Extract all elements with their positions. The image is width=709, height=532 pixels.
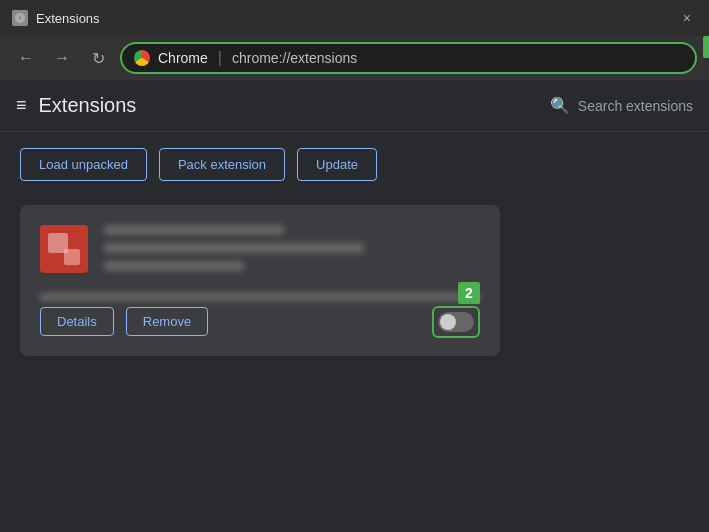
ext-desc-2-blurred: [104, 261, 244, 271]
extensions-page: ≡ Extensions 🔍 Search extensions Load un…: [0, 80, 709, 532]
chrome-logo-icon: [134, 50, 150, 66]
cards-area: Details Remove 2: [0, 197, 709, 372]
remove-button[interactable]: Remove: [126, 307, 208, 336]
page-header: ≡ Extensions 🔍 Search extensions: [0, 80, 709, 132]
extension-card: Details Remove 2: [20, 205, 500, 356]
ext-desc-1-blurred: [104, 243, 364, 253]
menu-icon[interactable]: ≡: [16, 95, 27, 116]
details-button[interactable]: Details: [40, 307, 114, 336]
address-url: chrome://extensions: [232, 50, 357, 66]
card-footer: Details Remove: [40, 307, 480, 336]
search-area: 🔍 Search extensions: [550, 96, 693, 115]
extension-info: [104, 225, 480, 273]
update-button[interactable]: Update: [297, 148, 377, 181]
browser-chrome: ← → ↻ Chrome | chrome://extensions 1: [0, 36, 709, 80]
extension-toggle[interactable]: [438, 312, 474, 332]
toolbar: Load unpacked Pack extension Update: [0, 132, 709, 197]
card-body: [40, 225, 480, 273]
page-title: Extensions: [39, 94, 550, 117]
tab-title: Extensions: [36, 11, 669, 26]
reload-button[interactable]: ↻: [84, 44, 112, 72]
title-bar: Extensions ×: [0, 0, 709, 36]
forward-button[interactable]: →: [48, 44, 76, 72]
pack-extension-button[interactable]: Pack extension: [159, 148, 285, 181]
step-2-label: 2: [458, 282, 480, 304]
toggle-thumb: [440, 314, 456, 330]
address-separator: |: [218, 49, 222, 67]
ext-version-blurred: [40, 293, 480, 301]
ext-name-blurred: [104, 225, 284, 235]
tab-favicon: [12, 10, 28, 26]
tab-close-button[interactable]: ×: [677, 8, 697, 28]
address-bar[interactable]: Chrome | chrome://extensions 1: [120, 42, 697, 74]
toggle-wrapper: 2: [432, 306, 480, 338]
extension-icon: [40, 225, 88, 273]
address-brand: Chrome: [158, 50, 208, 66]
step-1-label: 1: [703, 36, 709, 58]
search-placeholder-label: Search extensions: [578, 98, 693, 114]
load-unpacked-button[interactable]: Load unpacked: [20, 148, 147, 181]
back-button[interactable]: ←: [12, 44, 40, 72]
extra-info-blurred: [40, 293, 480, 301]
search-icon[interactable]: 🔍: [550, 96, 570, 115]
